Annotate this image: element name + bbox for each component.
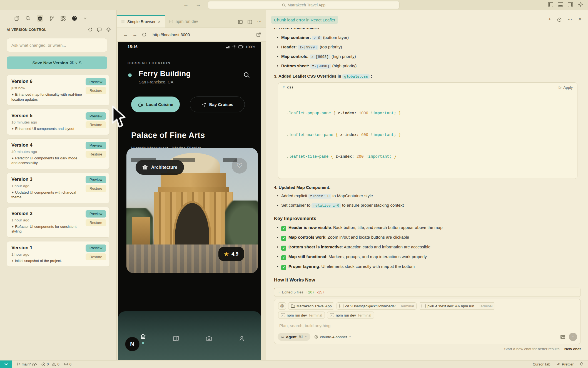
context-chip-terminal[interactable]: ›_pkill -f "next dev" && npm run...Termi… [419,302,495,310]
tab-npm-run-dev[interactable]: npm run dev [165,15,203,28]
extensions-icon[interactable] [61,16,66,21]
git-branch-icon[interactable] [49,16,54,21]
version-card[interactable]: Version 5 16 minutes ago ✦Enhanced UI co… [7,109,110,135]
more-actions-icon[interactable]: ⋯ [257,20,261,24]
version-card[interactable]: Version 4 40 minutes ago ✦Refactor UI co… [7,139,110,169]
restore-button[interactable]: Restore [86,121,106,128]
preview-button[interactable]: Preview [86,78,106,85]
bottom-nav [118,333,261,344]
close-icon[interactable]: ✕ [578,17,582,22]
edited-files-summary[interactable]: › Edited 5 files +207 -157 [274,288,581,297]
model-selector[interactable]: claude-4-sonnet ⌃ [314,335,351,339]
preview-button[interactable]: Preview [86,142,106,149]
chat-input-placeholder[interactable]: Plan, search, build anything [279,323,577,328]
key-item: •✓Header is now visible: Back button, ti… [274,224,581,231]
key-improvements-heading: Key Improvements [274,216,581,221]
ports-status[interactable]: 0 [64,362,71,366]
history-back-button[interactable]: ← [183,2,188,8]
version-card[interactable]: Version 1 1 hour ago ✦initial snapshot o… [7,241,110,267]
ask-history-input[interactable] [7,38,107,52]
restore-button[interactable]: Restore [86,151,106,158]
new-chat-link[interactable]: New chat [564,347,581,351]
browser-back-icon[interactable]: ← [123,32,128,38]
phone-time: 15:16 [128,45,138,49]
toggle-left-panel-icon[interactable] [548,2,553,7]
prettier-status[interactable]: ✓✓ Prettier [556,362,574,366]
terminal-icon: ›_ [339,304,343,308]
check-icon: ✓ [281,255,286,260]
split-editor-icon[interactable] [248,20,252,24]
history-forward-button[interactable]: → [196,2,201,8]
bay-cruises-button[interactable]: Bay Cruises [190,97,245,112]
code-line: .leaflet-popup-pane { z-index: 1000 !imp… [286,110,572,117]
restore-button[interactable]: Restore [86,219,106,226]
restore-button[interactable]: Restore [86,253,106,260]
git-branch-status[interactable]: main* [17,362,37,366]
toggle-bottom-panel-icon[interactable] [558,2,563,7]
apply-button[interactable]: ▷Apply [559,85,573,90]
context-chip-terminal[interactable]: ›_npm run devTerminal [278,312,325,319]
context-chip-terminal[interactable]: ›_cd "/Users/jackjack/Downloads/...Termi… [337,302,417,310]
chat-input-box[interactable]: @ Marrakech Travel App ›_cd "/Users/jack… [274,299,581,344]
nav-profile-icon[interactable] [238,335,245,342]
tab-close-icon[interactable]: × [158,19,160,24]
agent-mode-selector[interactable]: ∞ Agent ⌘I ⌃ [278,333,310,341]
copy-icon[interactable] [14,16,19,21]
restore-button[interactable]: Restore [86,185,106,192]
new-chat-icon[interactable]: + [548,17,551,22]
browser-logo-icon[interactable] [72,16,77,21]
tab-simple-browser[interactable]: Simple Browser × [117,15,165,28]
history-icon[interactable] [557,18,562,22]
nav-camera-icon[interactable] [206,335,212,342]
layers-icon[interactable] [38,16,43,21]
send-button[interactable]: ↑ [569,333,577,341]
sec4-item: •Set container to relative z-0 to ensure… [274,202,581,209]
chat-bubble-icon[interactable] [97,27,102,32]
version-card[interactable]: Version 3 1 hour ago ✦Updated UI compone… [7,173,110,203]
context-chip-terminal[interactable]: ›_npm run devTerminal [327,312,374,319]
attraction-card[interactable]: Architecture ♡ ★ 4.9 [126,148,258,273]
chevron-down-icon[interactable] [83,16,87,20]
button-label: Bay Cruises [209,102,233,107]
bottom-nav-sheet: N [118,311,261,360]
version-card[interactable]: Version 6 just now ✦Enhanced map functio… [7,75,110,105]
nav-home-icon[interactable] [140,333,146,344]
phone-search-icon[interactable] [243,72,250,78]
bell-icon[interactable] [580,362,584,366]
sync-cloud-icon [32,363,37,366]
save-new-version-button[interactable]: Save New Version⌘⌥S [7,56,107,69]
phone-status-bar: 15:16 100% [118,42,261,49]
code-language: css [287,85,293,90]
version-card[interactable]: Version 2 1 hour ago ✦Refactor UI compon… [7,207,110,238]
toggle-right-panel-icon[interactable] [568,2,573,7]
mention-chip[interactable]: @ [278,302,286,310]
local-cuisine-button[interactable]: Local Cuisine [131,97,180,112]
clipped-heading: 2. Fixed z-index values: [274,28,581,31]
preview-button[interactable]: Preview [86,244,106,252]
chat-header: Chunk load error in React Leaflet + ⋯ ✕ [266,10,588,28]
chat-title[interactable]: Chunk load error in React Leaflet [271,16,338,24]
context-chip-folder[interactable]: Marrakech Travel App [288,302,334,310]
notification-fab[interactable]: N [125,337,139,351]
attach-image-icon[interactable] [560,335,565,339]
remote-indicator[interactable]: >< [0,360,12,368]
nav-map-icon[interactable] [173,335,179,342]
cursor-tab-status[interactable]: Cursor Tab [533,362,550,366]
preview-button[interactable]: Preview [86,176,106,183]
refresh-icon[interactable] [88,27,93,32]
open-terminal-icon[interactable] [238,20,243,24]
heart-icon: ♡ [236,162,243,170]
restore-button[interactable]: Restore [86,87,106,94]
url-field[interactable]: http://localhost:3000 [153,32,252,37]
problems-status[interactable]: 0 0 [41,362,59,366]
search-icon[interactable] [26,16,31,21]
more-icon[interactable]: ⋯ [568,17,572,22]
preview-button[interactable]: Preview [86,112,106,120]
global-search[interactable]: Marrakech Travel App [208,1,400,9]
settings-gear-icon[interactable] [578,2,583,7]
preview-button[interactable]: Preview [86,210,106,218]
gear-icon[interactable] [106,27,111,32]
open-external-icon[interactable] [256,32,261,37]
browser-forward-icon[interactable]: → [133,32,137,38]
browser-reload-icon[interactable] [142,32,146,37]
